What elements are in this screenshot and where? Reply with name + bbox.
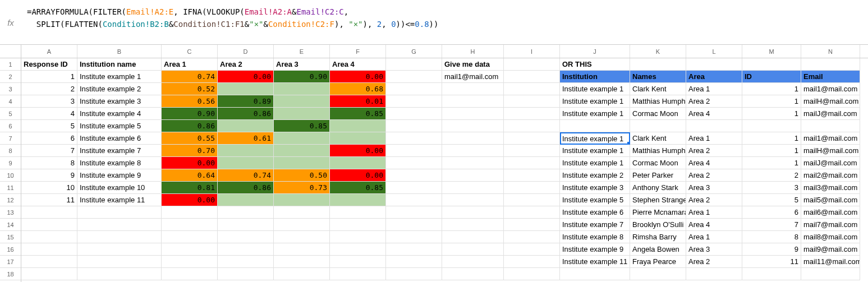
area-value[interactable]: 0.00 xyxy=(330,145,386,157)
cell[interactable] xyxy=(630,120,686,132)
header-give-me-data[interactable]: Give me data xyxy=(442,58,504,71)
right-name[interactable]: Matthias Humph xyxy=(630,145,686,157)
right-name[interactable]: Rimsha Barry xyxy=(630,231,686,243)
cell[interactable] xyxy=(330,256,386,268)
right-inst[interactable]: Institute example 1 xyxy=(560,132,630,145)
row-header-11[interactable]: 11 xyxy=(0,182,21,194)
cell[interactable] xyxy=(742,58,801,71)
select-all-corner[interactable] xyxy=(0,45,21,58)
right-email[interactable]: mail3@mail.com xyxy=(801,182,860,194)
cell[interactable] xyxy=(386,219,442,231)
header-or-this[interactable]: OR THIS xyxy=(560,58,630,71)
blue-header-id[interactable]: ID xyxy=(742,71,801,83)
right-name[interactable]: Clark Kent xyxy=(630,83,686,95)
area-value[interactable]: 0.00 xyxy=(218,71,274,83)
column-header-J[interactable]: J xyxy=(560,45,630,58)
institution-name[interactable]: Institute example 8 xyxy=(77,157,162,169)
column-header-C[interactable]: C xyxy=(162,45,218,58)
area-value[interactable] xyxy=(330,194,386,206)
cell[interactable] xyxy=(162,231,218,243)
area-value[interactable]: 0.70 xyxy=(162,145,218,157)
right-id[interactable]: 9 xyxy=(742,243,801,256)
response-id[interactable]: 11 xyxy=(21,194,77,206)
row-header-1[interactable]: 1 xyxy=(0,58,21,71)
cell[interactable] xyxy=(218,268,274,280)
cell[interactable] xyxy=(686,120,742,132)
column-header-E[interactable]: E xyxy=(274,45,330,58)
cell[interactable] xyxy=(504,219,560,231)
cell[interactable] xyxy=(442,169,504,182)
right-id[interactable]: 11 xyxy=(742,256,801,268)
right-name[interactable]: Cormac Moon xyxy=(630,157,686,169)
row-header-14[interactable]: 14 xyxy=(0,219,21,231)
right-id[interactable]: 1 xyxy=(742,108,801,120)
cell[interactable] xyxy=(504,132,560,145)
right-area[interactable]: Area 3 xyxy=(686,243,742,256)
cell[interactable] xyxy=(162,243,218,256)
area-value[interactable] xyxy=(274,108,330,120)
right-id[interactable]: 8 xyxy=(742,231,801,243)
area-value[interactable]: 0.86 xyxy=(218,108,274,120)
right-id[interactable]: 2 xyxy=(742,169,801,182)
area-value[interactable]: 0.50 xyxy=(274,169,330,182)
area-value[interactable]: 0.56 xyxy=(162,95,218,108)
header-institution-name[interactable]: Institution name xyxy=(77,58,162,71)
cell[interactable] xyxy=(330,219,386,231)
cell[interactable] xyxy=(21,256,77,268)
cell[interactable] xyxy=(630,58,686,71)
right-id[interactable]: 7 xyxy=(742,219,801,231)
column-header-B[interactable]: B xyxy=(77,45,162,58)
cell[interactable] xyxy=(21,243,77,256)
right-id[interactable]: 1 xyxy=(742,132,801,145)
area-value[interactable] xyxy=(218,145,274,157)
cell[interactable] xyxy=(386,182,442,194)
cell[interactable] xyxy=(386,71,442,83)
cell[interactable] xyxy=(442,83,504,95)
cell[interactable] xyxy=(386,58,442,71)
cell[interactable] xyxy=(386,194,442,206)
cell[interactable] xyxy=(442,243,504,256)
area-value[interactable] xyxy=(330,132,386,145)
right-email[interactable]: mailJ@mail.com xyxy=(801,157,860,169)
area-value[interactable] xyxy=(330,157,386,169)
cell[interactable] xyxy=(504,182,560,194)
cell[interactable] xyxy=(330,231,386,243)
right-id[interactable]: 6 xyxy=(742,206,801,219)
cell[interactable] xyxy=(218,206,274,219)
blue-header-institution[interactable]: Institution xyxy=(560,71,630,83)
institution-name[interactable]: Institute example 7 xyxy=(77,145,162,157)
right-inst[interactable]: Institute example 5 xyxy=(560,194,630,206)
cell[interactable] xyxy=(442,256,504,268)
area-value[interactable]: 0.90 xyxy=(274,71,330,83)
right-inst[interactable]: Institute example 1 xyxy=(560,95,630,108)
cell[interactable] xyxy=(274,243,330,256)
cell[interactable] xyxy=(386,95,442,108)
area-value[interactable]: 0.90 xyxy=(162,108,218,120)
header-area1[interactable]: Area 1 xyxy=(162,58,218,71)
row-header-13[interactable]: 13 xyxy=(0,206,21,219)
right-area[interactable]: Area 2 xyxy=(686,169,742,182)
area-value[interactable] xyxy=(330,120,386,132)
cell[interactable] xyxy=(386,108,442,120)
cell[interactable] xyxy=(442,219,504,231)
area-value[interactable] xyxy=(274,194,330,206)
area-value[interactable]: 0.86 xyxy=(218,182,274,194)
row-header-18[interactable]: 18 xyxy=(0,268,21,280)
blue-header-names[interactable]: Names xyxy=(630,71,686,83)
area-value[interactable]: 0.89 xyxy=(218,95,274,108)
area-value[interactable]: 0.85 xyxy=(330,108,386,120)
header-area2[interactable]: Area 2 xyxy=(218,58,274,71)
right-name[interactable]: Matthias Humph xyxy=(630,95,686,108)
cell[interactable] xyxy=(218,231,274,243)
row-header-17[interactable]: 17 xyxy=(0,256,21,268)
cell[interactable] xyxy=(162,256,218,268)
cell[interactable] xyxy=(162,268,218,280)
header-area4[interactable]: Area 4 xyxy=(330,58,386,71)
cell[interactable] xyxy=(21,206,77,219)
response-id[interactable]: 10 xyxy=(21,182,77,194)
area-value[interactable]: 0.81 xyxy=(162,182,218,194)
cell[interactable] xyxy=(386,206,442,219)
cell[interactable] xyxy=(504,120,560,132)
institution-name[interactable]: Institute example 9 xyxy=(77,169,162,182)
cell[interactable] xyxy=(504,58,560,71)
